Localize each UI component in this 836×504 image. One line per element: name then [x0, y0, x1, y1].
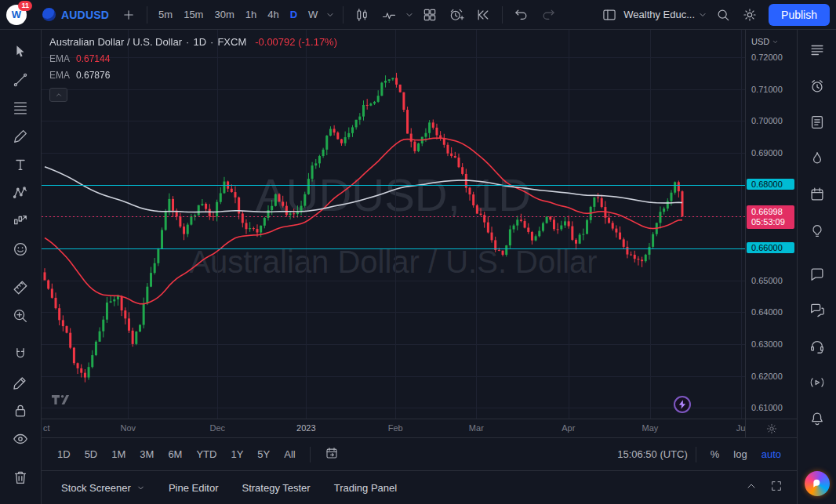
tab-trading-panel[interactable]: Trading Panel — [322, 477, 409, 499]
trend-line-tool-button[interactable] — [7, 69, 34, 91]
right-sidebar — [797, 30, 836, 504]
tab-strategy-tester[interactable]: Strategy Tester — [230, 477, 322, 499]
auto-scale-button[interactable]: auto — [755, 444, 787, 464]
zoom-in-icon — [12, 307, 29, 325]
layout-save-button[interactable] — [597, 4, 622, 26]
range-6m-button[interactable]: 6M — [162, 444, 188, 464]
symbol-flag-icon — [42, 8, 56, 21]
remove-drawings-button[interactable] — [7, 466, 34, 488]
indicators-icon — [381, 7, 397, 23]
percent-scale-button[interactable]: % — [704, 444, 726, 464]
range-1d-button[interactable]: 1D — [51, 444, 77, 464]
private-chat-button[interactable] — [804, 301, 831, 320]
legend-title-row[interactable]: Australian Dollar / U.S. Dollar · 1D · F… — [49, 36, 337, 48]
chart-properties-button[interactable] — [737, 4, 762, 26]
layout-save-icon — [602, 7, 617, 23]
range-1m-button[interactable]: 1M — [105, 444, 132, 464]
forecast-icon — [12, 212, 29, 230]
settings-gear-icon[interactable] — [765, 422, 778, 435]
news-button[interactable] — [804, 113, 831, 132]
axis-corner — [745, 419, 797, 437]
interval-1w[interactable]: W — [304, 5, 322, 24]
assistant-button[interactable] — [805, 471, 830, 496]
measure-tool-button[interactable] — [7, 277, 34, 299]
last-price-tag: 0.6699805:53:09 — [747, 205, 794, 229]
interval-5m[interactable]: 5m — [154, 5, 177, 24]
quick-search-button[interactable] — [711, 4, 736, 26]
time-axis[interactable]: ctNovDec2023FebMarAprMayJu — [42, 419, 745, 437]
layout-name[interactable]: Wealthy Educ... — [623, 9, 695, 20]
goto-date-button[interactable] — [318, 442, 345, 466]
price-axis-currency-button[interactable]: USD — [751, 37, 779, 46]
alerts-button[interactable] — [804, 77, 831, 96]
videos-button[interactable] — [804, 373, 831, 392]
fib-retracement-tool-button[interactable] — [7, 97, 34, 119]
legend-symbol-title: Australian Dollar / U.S. Dollar — [49, 36, 182, 48]
bar-replay-button[interactable] — [471, 4, 496, 26]
ema-indicator-row[interactable]: EMA 0.67144 — [49, 53, 337, 64]
indicators-button[interactable] — [376, 4, 402, 26]
tab-stock-screener[interactable]: Stock Screener — [49, 477, 157, 499]
publish-button[interactable]: Publish — [769, 4, 830, 26]
logo-text: W — [12, 9, 21, 20]
magnet-tool-button[interactable] — [7, 343, 34, 365]
brush-icon — [12, 128, 29, 145]
trash-icon — [12, 469, 29, 486]
emoji-tool-button[interactable] — [7, 238, 34, 260]
interval-1h[interactable]: 1h — [241, 5, 261, 24]
measure-icon — [12, 279, 29, 296]
range-1y-button[interactable]: 1Y — [224, 444, 249, 464]
text-tool-button[interactable] — [7, 154, 34, 176]
watchlist-button[interactable] — [804, 41, 831, 60]
xabcd-pattern-tool-button[interactable] — [7, 182, 34, 204]
layout-grid-button[interactable] — [417, 4, 442, 26]
range-5y-button[interactable]: 5Y — [251, 444, 276, 464]
alert-price-tag[interactable]: 0.68000 — [747, 179, 794, 190]
streams-button[interactable] — [804, 337, 831, 356]
cursor-tool-button[interactable] — [7, 41, 34, 63]
chat-button[interactable] — [804, 265, 831, 284]
price-axis[interactable]: USD 0.720000.710000.700000.690000.680000… — [745, 30, 797, 419]
redo-button[interactable] — [536, 4, 561, 26]
range-5d-button[interactable]: 5D — [78, 444, 104, 464]
price-axis-label: 0.69000 — [751, 148, 783, 158]
forecast-tool-button[interactable] — [7, 210, 34, 232]
event-marker[interactable] — [674, 396, 691, 413]
zoom-in-tool-button[interactable] — [7, 305, 34, 327]
ideas-button[interactable] — [804, 221, 831, 240]
legend-interval: 1D — [193, 36, 206, 48]
chart-type-button[interactable] — [350, 4, 375, 26]
interval-4h[interactable]: 4h — [263, 5, 283, 24]
symbol-search-button[interactable]: AUDUSD — [36, 5, 115, 24]
ema-indicator-row[interactable]: EMA 0.67876 — [49, 70, 337, 81]
tab-pine-editor[interactable]: Pine Editor — [157, 477, 231, 499]
calendar-button[interactable] — [804, 185, 831, 204]
open-panel-button[interactable] — [739, 477, 764, 499]
calendar-icon — [809, 186, 826, 203]
bottom-tabs-left: Stock Screener Pine Editor Strategy Test… — [49, 477, 409, 499]
compare-add-button[interactable] — [117, 5, 140, 25]
user-avatar[interactable]: W 11 — [6, 5, 27, 25]
create-alert-button[interactable] — [444, 4, 469, 26]
lock-tool-button[interactable] — [7, 400, 34, 422]
tradingview-logo[interactable] — [51, 393, 73, 409]
layout-menu-button[interactable] — [696, 7, 709, 23]
interval-1d[interactable]: D — [285, 5, 302, 24]
range-3m-button[interactable]: 3M — [133, 444, 160, 464]
interval-15m[interactable]: 15m — [179, 5, 208, 24]
range-ytd-button[interactable]: YTD — [190, 444, 223, 464]
notifications-button[interactable] — [804, 409, 831, 428]
brush-tool-button[interactable] — [7, 125, 34, 147]
alert-price-tag[interactable]: 0.66000 — [747, 242, 794, 253]
range-all-button[interactable]: All — [278, 444, 301, 464]
interval-30m[interactable]: 30m — [209, 5, 238, 24]
draw-tool-button[interactable] — [7, 372, 34, 393]
hotlists-button[interactable] — [804, 149, 831, 168]
undo-button[interactable] — [509, 4, 534, 26]
hide-tool-button[interactable] — [7, 428, 34, 450]
legend-collapse-button[interactable] — [49, 88, 67, 102]
interval-menu-button[interactable] — [324, 7, 336, 23]
log-scale-button[interactable]: log — [727, 444, 753, 464]
indicators-menu-button[interactable] — [403, 7, 416, 23]
maximize-panel-button[interactable] — [764, 477, 789, 499]
